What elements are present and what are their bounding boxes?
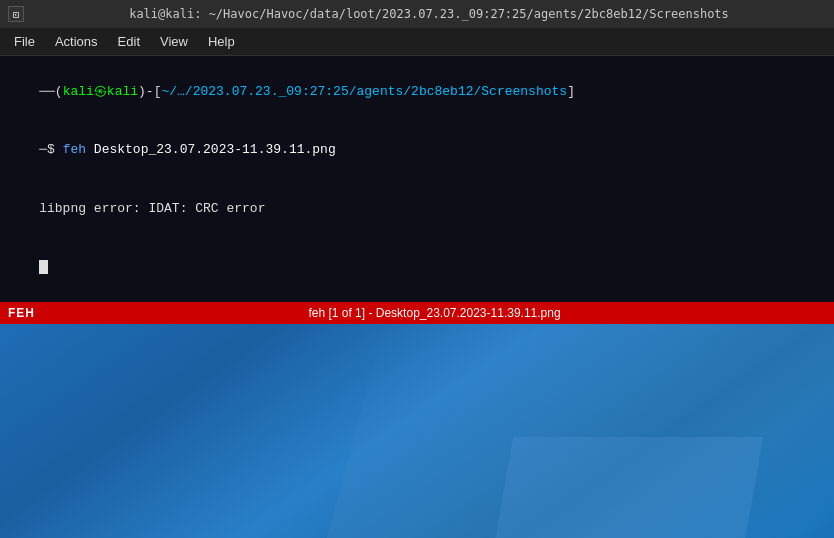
prompt-path: ~/…/2023.07.23._09:27:25/agents/2bc8eb12… [161, 84, 567, 99]
terminal-command-line: ─$ feh Desktop_23.07.2023-11.39.11.png [8, 121, 826, 180]
menu-bar: File Actions Edit View Help [0, 28, 834, 56]
terminal-error-line: libpng error: IDAT: CRC error [8, 179, 826, 238]
title-bar: ⊡ kali@kali: ~/Havoc/Havoc/data/loot/202… [0, 0, 834, 28]
terminal-prompt-line: ──(kali㉿kali)-[~/…/2023.07.23._09:27:25/… [8, 62, 826, 121]
image-viewer: REDFOX SECURITY [0, 324, 834, 538]
error-text: libpng error: IDAT: CRC error [39, 201, 265, 216]
window-icon: ⊡ [8, 6, 24, 22]
prompt-dash: ──( [39, 84, 62, 99]
prompt-dash2: )-[ [138, 84, 161, 99]
prompt-bracket: ] [567, 84, 575, 99]
menu-file[interactable]: File [4, 30, 45, 53]
feh-status-bar: FEH feh [1 of 1] - Desktop_23.07.2023-11… [0, 302, 834, 324]
menu-view[interactable]: View [150, 30, 198, 53]
prompt-host: kali㉿kali [63, 84, 138, 99]
feh-title: feh [1 of 1] - Desktop_23.07.2023-11.39.… [43, 306, 826, 320]
cursor [39, 260, 48, 274]
feh-label: FEH [8, 306, 35, 320]
terminal-content: ──(kali㉿kali)-[~/…/2023.07.23._09:27:25/… [0, 56, 834, 302]
menu-actions[interactable]: Actions [45, 30, 108, 53]
menu-help[interactable]: Help [198, 30, 245, 53]
command-tool: feh [63, 142, 94, 157]
title-bar-text: kali@kali: ~/Havoc/Havoc/data/loot/2023.… [32, 7, 826, 21]
bg-stripe-2 [487, 437, 764, 539]
prompt-arrow: ─$ [39, 142, 62, 157]
command-file: Desktop_23.07.2023-11.39.11.png [94, 142, 336, 157]
terminal-cursor-line [8, 238, 826, 297]
menu-edit[interactable]: Edit [108, 30, 150, 53]
desktop-background: REDFOX SECURITY [0, 324, 834, 538]
